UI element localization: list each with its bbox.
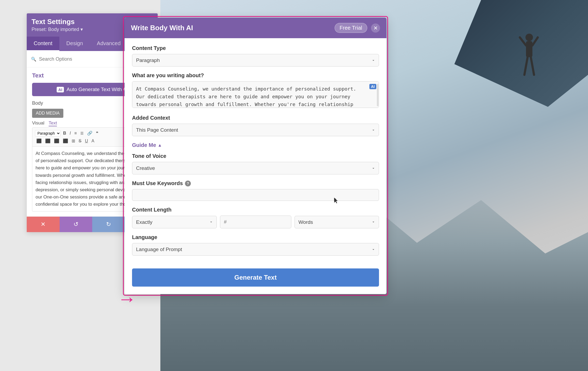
writing-about-textarea[interactable]: At Compass Counseling, we understand the… [132,81,379,108]
align-right-button[interactable]: ⬛ [53,138,61,144]
content-length-field: Content Length Exactly At Least At Most … [132,207,379,228]
modal-body: Content Type Paragraph List Heading What… [125,38,386,268]
guide-me-link[interactable]: Guide Me ▲ [132,142,162,148]
underline-button[interactable]: U [84,138,90,144]
panel-header-text: Text Settings Preset: Body imported ▾ [32,18,83,32]
tab-advanced[interactable]: Advanced [90,37,127,51]
language-label: Language [132,234,379,240]
tone-of-voice-select[interactable]: Creative Professional Casual Formal [132,162,379,174]
content-length-exactly-select[interactable]: Exactly At Least At Most [132,216,217,228]
added-context-label: Added Context [132,115,379,121]
keywords-input[interactable] [132,189,379,201]
search-icon: 🔍 [31,57,36,62]
link-button[interactable]: 🔗 [86,130,94,136]
cancel-button[interactable]: ✕ [27,217,60,232]
align-justify-button[interactable]: ⬛ [61,138,69,144]
tab-design[interactable]: Design [59,37,90,51]
section-title: Text [32,72,44,79]
keywords-field: Must Use Keywords ? [132,180,379,201]
content-type-select[interactable]: Paragraph List Heading [132,54,379,67]
align-left-button[interactable]: ⬛ [35,138,43,144]
content-type-label: Content Type [132,45,379,51]
panel-title: Text Settings [32,18,83,26]
tone-of-voice-field: Tone of Voice Creative Professional Casu… [132,153,379,174]
svg-rect-1 [526,41,532,57]
ul-button[interactable]: ≡ [73,130,78,136]
guide-me-arrow: ▲ [158,143,162,148]
ai-generate-label: Auto Generate Text With AI [67,87,128,92]
align-center-button[interactable]: ⬛ [44,138,52,144]
free-trial-badge[interactable]: Free Trial [335,23,367,33]
redo-button[interactable]: ↻ [92,217,125,232]
svg-line-3 [532,37,538,45]
keywords-label: Must Use Keywords ? [132,180,379,186]
svg-line-4 [524,57,528,75]
modal-border: Write Body With AI Free Trial ✕ Content … [123,16,388,296]
content-length-label: Content Length [132,207,379,213]
ai-badge: AI [57,87,64,92]
added-context-field: Added Context This Page Content None Cus… [132,115,379,136]
generate-text-button[interactable]: Generate Text [132,268,379,287]
visual-tab[interactable]: Visual [32,120,44,126]
person-silhouette [519,32,540,85]
panel-subtitle: Preset: Body imported ▾ [32,26,83,32]
writing-about-label: What are you writing about? [132,72,379,79]
language-select[interactable]: Language of Prompt English Spanish Frenc… [132,243,379,256]
language-field: Language Language of Prompt English Span… [132,234,379,256]
content-type-field: Content Type Paragraph List Heading [132,45,379,67]
modal-title: Write Body With AI [131,24,193,32]
quote-button[interactable]: ❝ [95,130,100,136]
keywords-help-icon[interactable]: ? [185,181,191,186]
search-input[interactable] [39,56,130,62]
ai-modal-wrapper: Write Body With AI Free Trial ✕ Content … [123,16,388,296]
add-media-button[interactable]: ADD MEDIA [32,109,63,118]
arrow-indicator: → [118,288,136,310]
ai-indicator: AI [369,84,376,89]
tone-of-voice-label: Tone of Voice [132,153,379,159]
content-length-number-input[interactable] [220,216,291,228]
bold-button[interactable]: B [62,130,68,136]
text-tab[interactable]: Text [49,120,57,126]
ol-button[interactable]: ≣ [79,130,85,136]
undo-button[interactable]: ↺ [60,217,92,232]
writing-about-field: What are you writing about? At Compass C… [132,72,379,109]
modal-footer: Generate Text [125,268,386,294]
add-media-label: ADD MEDIA [36,111,60,115]
modal-close-button[interactable]: ✕ [371,24,380,33]
align-buttons: ⬛ ⬛ ⬛ ⬛ ⊞ S U A [35,138,96,144]
added-context-select[interactable]: This Page Content None Custom [132,124,379,136]
content-length-row: Exactly At Least At Most Words Sentences… [132,216,379,228]
color-button[interactable]: A [90,138,96,144]
modal-header: Write Body With AI Free Trial ✕ [125,18,386,38]
format-buttons: B I ≡ ≣ 🔗 ❝ [62,130,100,136]
italic-button[interactable]: I [68,130,72,136]
strikethrough-button[interactable]: S [77,138,83,144]
writing-about-wrapper: At Compass Counseling, we understand the… [132,81,379,109]
svg-line-5 [531,57,534,75]
modal-header-right: Free Trial ✕ [335,23,380,33]
svg-line-2 [520,37,526,45]
svg-point-0 [525,34,533,41]
paragraph-select[interactable]: Paragraph [35,130,61,136]
guide-me-label: Guide Me [132,142,156,148]
ai-modal: Write Body With AI Free Trial ✕ Content … [125,18,386,294]
table-button[interactable]: ⊞ [70,138,76,144]
content-length-words-select[interactable]: Words Sentences Paragraphs [295,216,379,228]
tab-content[interactable]: Content [27,37,59,51]
